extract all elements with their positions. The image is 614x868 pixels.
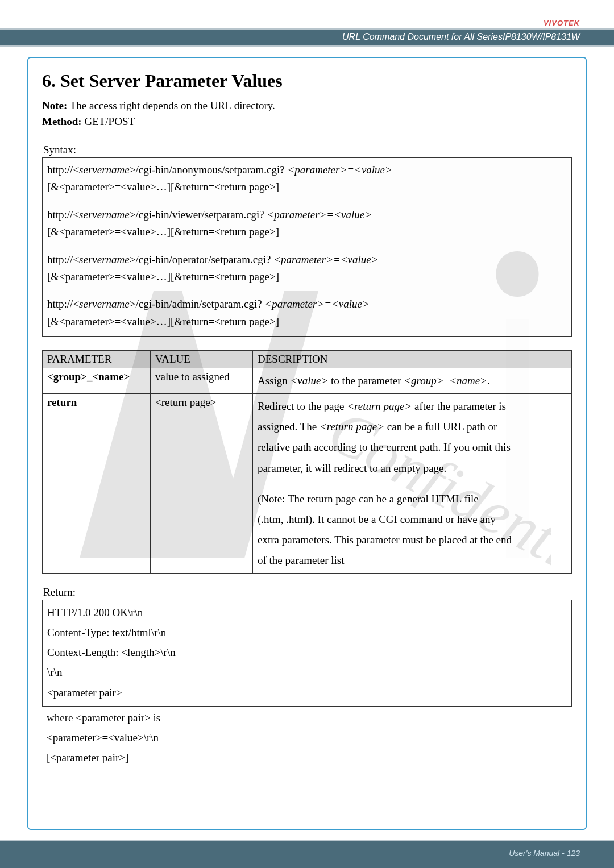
desc-text: Assign	[258, 375, 291, 387]
note-text: The access right depends on the URL dire…	[67, 99, 275, 111]
return-line: \r\n	[47, 662, 567, 682]
syntax-tail: [&<parameter>=<value>…][&return=<return …	[47, 268, 567, 285]
return-line: HTTP/1.0 200 OK\r\n	[47, 603, 567, 622]
syntax-block-1: http://<servername>/cgi-bin/viewer/setpa…	[47, 206, 567, 241]
table-header-row: PARAMETER VALUE DESCRIPTION	[43, 351, 572, 368]
desc-italic: <group>	[404, 375, 443, 387]
syntax-box: http://<servername>/cgi-bin/anonymous/se…	[42, 157, 572, 337]
syntax-text: >/cgi-bin/viewer/setparam.cgi?	[130, 209, 267, 221]
syntax-servername: servername	[79, 254, 130, 265]
content-frame: Confidential 6. Set Server Parameter Val…	[27, 57, 587, 830]
desc-text: parameter, it will redirect to an empty …	[258, 458, 567, 479]
method-line: Method: GET/POST	[42, 115, 572, 128]
syntax-servername: servername	[79, 298, 130, 310]
subheader: URL Command Document for All SeriesIP813…	[0, 28, 614, 47]
page-header: VIVOTEK	[0, 0, 614, 28]
syntax-block-0: http://<servername>/cgi-bin/anonymous/se…	[47, 161, 567, 196]
desc-text: (Note: The return page can be a general …	[258, 489, 567, 509]
syntax-text: >/cgi-bin/admin/setparam.cgi?	[130, 298, 265, 310]
section-title: 6. Set Server Parameter Values	[42, 70, 572, 92]
syntax-text: http://<	[47, 164, 79, 176]
table-row: return <return page> Redirect to the pag…	[43, 394, 572, 574]
col-value: VALUE	[151, 351, 253, 368]
method-text: GET/POST	[82, 115, 135, 127]
desc-text: extra parameters. This parameter must be…	[258, 530, 567, 550]
return-line: Content-Type: text/html\r\n	[47, 622, 567, 642]
desc-text: can be a full URL path or	[384, 421, 497, 433]
return-after: where <parameter pair> is <parameter>=<v…	[42, 707, 572, 769]
cell-param: <group>_<name>	[43, 368, 151, 394]
desc-text: Redirect to the page	[258, 400, 347, 412]
return-line: <parameter pair>	[47, 683, 567, 703]
return-label: Return:	[43, 586, 572, 599]
syntax-text: http://<	[47, 209, 79, 221]
syntax-text: >/cgi-bin/operator/setparam.cgi?	[130, 254, 273, 265]
syntax-param: <parameter>=<value>	[273, 254, 378, 265]
cell-desc: Assign <value> to the parameter <group>_…	[253, 368, 572, 394]
desc-text: of the parameter list	[258, 550, 567, 571]
cell-desc: Redirect to the page <return page> after…	[253, 394, 572, 574]
syntax-param: <parameter>=<value>	[267, 209, 372, 221]
return-box: HTTP/1.0 200 OK\r\n Content-Type: text/h…	[42, 600, 572, 707]
desc-text: _	[444, 375, 450, 387]
syntax-servername: servername	[79, 164, 130, 176]
desc-text: after the parameter is	[412, 400, 506, 412]
footer-text: User's Manual - 123	[509, 849, 580, 858]
return-after-line: [<parameter pair>]	[47, 747, 567, 767]
brand-label: VIVOTEK	[544, 19, 580, 27]
syntax-tail: [&<parameter>=<value>…][&return=<return …	[47, 223, 567, 240]
syntax-label: Syntax:	[43, 144, 572, 156]
return-line: Context-Length: <length>\r\n	[47, 642, 567, 662]
col-description: DESCRIPTION	[253, 351, 572, 368]
cell-value: <return page>	[151, 394, 253, 574]
syntax-text: http://<	[47, 254, 79, 265]
syntax-text: >/cgi-bin/anonymous/setparam.cgi?	[130, 164, 288, 176]
parameter-table: PARAMETER VALUE DESCRIPTION <group>_<nam…	[42, 350, 572, 574]
col-parameter: PARAMETER	[43, 351, 151, 368]
method-label: Method:	[42, 115, 82, 127]
desc-italic: <return page>	[320, 421, 384, 433]
desc-text: .	[487, 375, 490, 387]
table-row: <group>_<name> value to assigned Assign …	[43, 368, 572, 394]
desc-italic: <return page>	[347, 400, 412, 412]
syntax-tail: [&<parameter>=<value>…][&return=<return …	[47, 178, 567, 196]
return-after-line: <parameter>=<value>\r\n	[47, 728, 567, 747]
desc-text: assigned. The	[258, 421, 320, 433]
desc-text: relative path according to the current p…	[258, 437, 567, 458]
cell-param: return	[43, 394, 151, 574]
desc-italic: <value>	[291, 375, 329, 387]
syntax-block-3: http://<servername>/cgi-bin/admin/setpar…	[47, 296, 567, 330]
note-label: Note:	[42, 99, 67, 111]
return-after-line: where <parameter pair> is	[47, 708, 567, 728]
desc-text: to the parameter	[328, 375, 404, 387]
desc-italic: <name>	[449, 375, 487, 387]
syntax-servername: servername	[79, 209, 130, 221]
syntax-block-2: http://<servername>/cgi-bin/operator/set…	[47, 251, 567, 286]
note-line: Note: The access right depends on the UR…	[42, 99, 572, 112]
syntax-tail: [&<parameter>=<value>…][&return=<return …	[47, 313, 567, 330]
syntax-text: http://<	[47, 298, 79, 310]
desc-text: (.htm, .html). It cannot be a CGI comman…	[258, 509, 567, 530]
cell-value: value to assigned	[151, 368, 253, 394]
syntax-param: <parameter>=<value>	[264, 298, 369, 310]
syntax-param: <parameter>=<value>	[287, 164, 392, 176]
